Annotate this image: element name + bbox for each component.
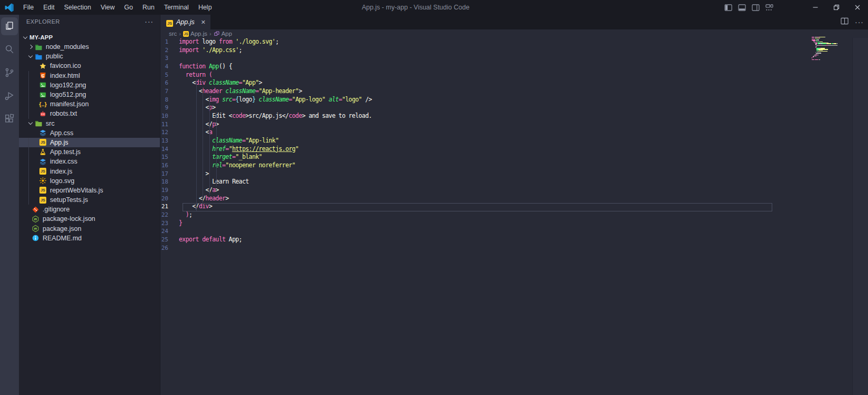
line-number: 17 (160, 170, 179, 178)
code-line-16: 16 rel="noopener noreferrer" (160, 161, 868, 170)
file-public[interactable]: public (19, 52, 160, 61)
file-logo512-png[interactable]: logo512.png (19, 90, 160, 99)
close-tab-icon[interactable]: ✕ (201, 19, 206, 26)
menu-selection[interactable]: Selection (59, 0, 96, 15)
vscode-window: { "colors": { "bg_editor": "#282a36", "b… (0, 0, 868, 395)
code-line-14: 14 href="https://reactjs.org" (160, 145, 868, 154)
split-editor-icon[interactable] (841, 17, 849, 27)
file-package-json[interactable]: package.json (19, 224, 160, 234)
explorer-more-actions-icon[interactable]: ··· (145, 17, 154, 26)
file-package-lock-json[interactable]: package-lock.json (19, 214, 160, 224)
menu-edit[interactable]: Edit (38, 0, 59, 15)
robots-icon (39, 110, 47, 118)
toggle-secondary-sidebar-icon[interactable] (752, 4, 760, 11)
menu-run[interactable]: Run (138, 0, 159, 15)
file-label: manifest.json (50, 100, 89, 108)
html-icon (39, 72, 47, 79)
css-icon (39, 158, 47, 166)
file-readme-md[interactable]: README.md (19, 234, 160, 243)
code-editor[interactable]: 1import logo from './logo.svg';2import '… (160, 38, 868, 395)
breadcrumbs: src›JSApp.js›App (160, 29, 868, 38)
file-index-html[interactable]: index.html (19, 71, 160, 80)
toggle-panel-icon[interactable] (738, 4, 746, 11)
line-number: 13 (160, 137, 179, 145)
file-robots-txt[interactable]: robots.txt (19, 109, 160, 118)
file-logo192-png[interactable]: logo192.png (19, 80, 160, 90)
code-line-11: 11 </p> (160, 120, 868, 129)
menu-terminal[interactable]: Terminal (159, 0, 194, 15)
line-number: 2 (160, 46, 179, 55)
line-number: 15 (160, 153, 179, 161)
line-number: 4 (160, 63, 179, 71)
tree-indent-guide (28, 138, 29, 205)
editor-more-actions-icon[interactable]: ··· (855, 18, 864, 26)
toggle-primary-sidebar-icon[interactable] (724, 4, 732, 11)
chevron-right-icon (26, 43, 35, 51)
code-line-1: 1import logo from './logo.svg'; (160, 38, 868, 46)
minimize-button[interactable] (805, 0, 826, 15)
activity-extensions-icon[interactable] (0, 107, 19, 130)
file-index-js[interactable]: JSindex.js (19, 166, 160, 176)
menu-go[interactable]: Go (119, 0, 138, 15)
tree-indent-guide (28, 71, 29, 119)
breadcrumb-app[interactable]: App (214, 31, 232, 37)
code-line-5: 5 return ( (160, 71, 868, 79)
activity-search-icon[interactable] (0, 38, 19, 61)
file-label: public (46, 53, 63, 60)
file-label: index.css (50, 158, 77, 165)
line-number: 21 (160, 202, 179, 211)
breadcrumb-app-js[interactable]: JSApp.js (183, 31, 207, 37)
file-logo-svg[interactable]: logo.svg (19, 176, 160, 186)
menu-help[interactable]: Help (194, 0, 217, 15)
file-label: robots.txt (50, 110, 77, 117)
file-src[interactable]: src (19, 119, 160, 128)
activity-explorer-icon[interactable] (0, 15, 19, 38)
close-window-button[interactable] (847, 0, 868, 15)
chevron-down-icon (26, 52, 35, 60)
code-line-19: 19 </a> (160, 186, 868, 195)
line-number: 25 (160, 236, 179, 244)
image-icon (39, 91, 47, 99)
code-line-3: 3 (160, 54, 868, 63)
code-line-6: 6 <div className="App"> (160, 79, 868, 87)
file-node-modules[interactable]: node_modules (19, 42, 160, 52)
minimap[interactable] (812, 37, 849, 61)
workspace-root-folder[interactable]: MY-APP (19, 33, 160, 42)
svg-icon (39, 177, 47, 185)
activity-source-control-icon[interactable] (0, 61, 19, 84)
file-app-test-js[interactable]: App.test.js (19, 147, 160, 157)
tab-app-js[interactable]: JS App.js ✕ (160, 15, 210, 29)
file-gitignore[interactable]: .gitignore (19, 205, 160, 214)
editor-scrollbar[interactable] (852, 38, 868, 395)
line-number: 5 (160, 71, 179, 79)
menu-view[interactable]: View (96, 0, 119, 15)
activity-run-debug-icon[interactable] (0, 84, 19, 107)
file-index-css[interactable]: index.css (19, 157, 160, 166)
json-icon: {..} (39, 100, 47, 108)
customize-layout-icon[interactable] (765, 4, 773, 11)
file-label: logo.svg (50, 177, 75, 185)
css-icon (39, 129, 47, 137)
image-icon (39, 81, 47, 89)
file-setuptests-js[interactable]: JSsetupTests.js (19, 195, 160, 205)
line-number: 26 (160, 244, 179, 252)
file-app-css[interactable]: App.css (19, 128, 160, 138)
folder-src-icon (35, 119, 43, 127)
file-app-js[interactable]: JSApp.js (19, 138, 160, 147)
file-manifest-json[interactable]: {..}manifest.json (19, 99, 160, 109)
js-icon: JS (183, 31, 189, 37)
restore-button[interactable] (826, 0, 847, 15)
code-line-10: 10 Edit <code>src/App.js</code> and save… (160, 112, 868, 120)
code-line-7: 7 <header className="App-header"> (160, 87, 868, 96)
file-reportwebvitals-js[interactable]: JSreportWebVitals.js (19, 186, 160, 195)
file-favicon-ico[interactable]: favicon.ico (19, 61, 160, 70)
title-bar: FileEditSelectionViewGoRunTerminalHelp A… (0, 0, 868, 15)
file-label: App.test.js (50, 148, 80, 156)
breadcrumb-src[interactable]: src (169, 31, 177, 37)
vscode-logo-icon (5, 3, 14, 12)
file-label: App.css (50, 129, 73, 137)
editor-group: JS App.js ✕ ··· src›JSApp.js›App 1import… (160, 15, 868, 395)
breadcrumb-separator-icon: › (178, 31, 181, 37)
file-label: package.json (43, 225, 82, 232)
menu-file[interactable]: File (18, 0, 38, 15)
